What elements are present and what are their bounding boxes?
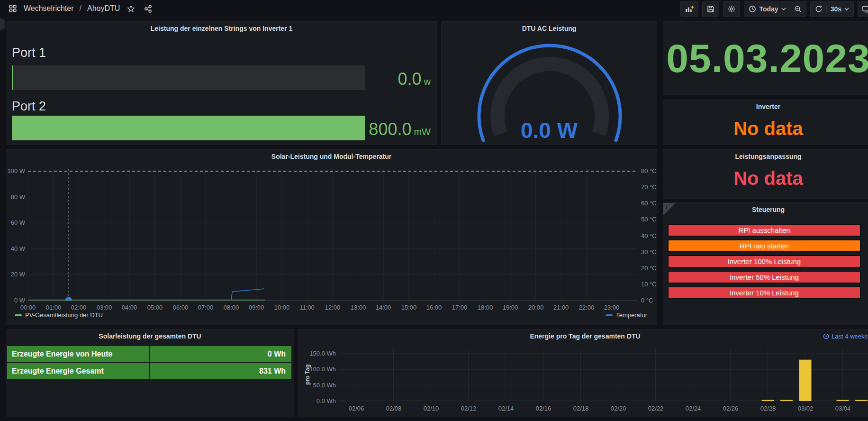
y-axis-tick-right: 30 °C	[641, 248, 657, 256]
save-dashboard-button[interactable]	[702, 1, 719, 17]
x-axis-tick: 08:00	[220, 304, 243, 311]
refresh-interval-label: 30s	[831, 5, 841, 13]
series-temperatur	[231, 289, 264, 300]
x-axis-tick: 07:00	[194, 304, 217, 311]
x-axis-tick: 13:00	[347, 304, 370, 311]
x-axis-tick: 02/18	[570, 405, 592, 412]
x-axis-tick: 22:00	[575, 304, 598, 311]
panel-info-corner[interactable]	[663, 203, 676, 215]
refresh-picker[interactable]: 30s	[810, 1, 854, 17]
apps-grid-icon[interactable]	[7, 2, 19, 15]
panel-leistungsanpassung: Leistungsanpassung No data	[663, 149, 868, 199]
x-axis-tick: 04:00	[118, 304, 141, 311]
y-axis-tick-right: 60 °C	[641, 200, 657, 207]
panel-title-steuerung[interactable]: Steuerung	[663, 203, 868, 216]
breadcrumb-dashboard[interactable]: Wechselrichter	[24, 4, 74, 13]
x-axis-tick: 16:00	[423, 304, 445, 311]
bar-gauge-fill	[13, 116, 365, 140]
control-button[interactable]: Inverter 100% Leistung	[668, 255, 861, 268]
x-axis-tick: 02:00	[67, 304, 90, 311]
y-axis-tick: 50.0 Wh	[303, 382, 336, 389]
table-cell-value: 831 Wh	[150, 363, 291, 379]
y-axis-tick-right: 70 °C	[641, 183, 657, 191]
sidebar-toggle-tab[interactable]	[0, 18, 5, 30]
x-axis-tick: 02/08	[382, 405, 405, 412]
x-axis-tick: 02/20	[607, 405, 630, 412]
solar-table: Erzeugte Energie von Heute0 WhErzeugte E…	[7, 346, 291, 380]
y-axis-tick-left: 40 W	[6, 245, 25, 253]
x-axis-tick: 03/02	[794, 405, 817, 412]
share-icon[interactable]	[142, 2, 154, 15]
control-button[interactable]: Inverter 10% Leistung	[668, 286, 861, 299]
bar-gauge-track	[12, 65, 365, 90]
panel-solar-chart: Solar-Leistung und Modul-Temperatur 100 …	[6, 149, 657, 325]
panel-title-strings[interactable]: Leistung der einzelnen Strings von Inver…	[6, 22, 437, 35]
refresh-icon	[815, 5, 823, 13]
solar-chart-plot: 100 W80 W60 W40 W20 W0 W80 °C70 °C60 °C5…	[6, 150, 657, 325]
x-axis-tick: 17:00	[448, 304, 471, 311]
breadcrumb-separator: /	[79, 4, 82, 13]
panel-title-leistungsanpassung[interactable]: Leistungsanpassung	[663, 150, 868, 163]
y-axis-tick-right: 80 °C	[641, 167, 657, 175]
x-axis-tick: 09:00	[245, 304, 268, 311]
legend-item-temperatur[interactable]: Temperatur	[606, 311, 647, 319]
panel-title-solar-table[interactable]: Solarleistung der gesamten DTU	[6, 329, 294, 343]
control-button[interactable]: Inverter 50% Leistung	[668, 271, 861, 284]
x-axis-tick: 03/04	[832, 405, 854, 412]
x-axis-tick: 15:00	[398, 304, 420, 311]
x-axis-tick: 02/10	[420, 405, 443, 412]
tv-mode-button[interactable]	[858, 1, 868, 17]
panel-inverter: Inverter No data	[663, 100, 868, 145]
port-value-number: 0.0	[398, 69, 422, 89]
energy-bar	[837, 400, 849, 402]
legend-label-temperatur: Temperatur	[616, 311, 647, 319]
breadcrumb-page[interactable]: AhoyDTU	[87, 4, 120, 13]
x-axis-tick: 20:00	[524, 304, 547, 311]
legend-item-pv[interactable]: PV-Gesamtleistung der DTU	[15, 311, 103, 319]
x-axis-tick: 12:00	[321, 304, 344, 311]
y-axis-tick: 150.0 Wh	[303, 350, 336, 357]
x-axis-tick: 02/22	[644, 405, 667, 412]
table-row: Erzeugte Energie Gesamt831 Wh	[7, 363, 291, 379]
port-label: Port 2	[12, 99, 46, 114]
bar-gauge-list: Port 10.0wPort 2800.0mW	[6, 35, 437, 145]
panel-title-inverter[interactable]: Inverter	[663, 100, 868, 113]
y-axis-tick-left: 20 W	[6, 271, 25, 278]
y-axis-tick-right: 50 °C	[641, 216, 657, 223]
energy-bar	[855, 400, 868, 402]
x-axis-tick: 02/26	[719, 405, 742, 412]
y-axis-tick-left: 80 W	[6, 193, 25, 201]
y-axis-tick-right: 10 °C	[641, 281, 657, 288]
x-axis-tick: 21:00	[550, 304, 572, 311]
grafana-dashboard: Wechselrichter / AhoyDTU	[0, 0, 868, 421]
panel-steuerung: i Steuerung RPI ausschaltenRPI neu start…	[663, 202, 868, 325]
add-panel-button[interactable]	[680, 1, 698, 17]
time-range-picker[interactable]: Today	[744, 1, 806, 17]
port-value-unit: mW	[414, 127, 431, 137]
legend-label-pv: PV-Gesamtleistung der DTU	[25, 311, 103, 319]
panel-strings: Leistung der einzelnen Strings von Inver…	[6, 21, 437, 145]
leistungsanpassung-no-data-value: No data	[663, 168, 868, 189]
control-button[interactable]: RPI neu starten	[668, 239, 861, 252]
y-axis-tick-right: 40 °C	[641, 232, 657, 240]
chevron-down-icon	[844, 8, 849, 10]
breadcrumb: Wechselrichter / AhoyDTU	[0, 2, 154, 15]
y-axis-tick-left: 60 W	[6, 219, 25, 227]
star-icon[interactable]	[125, 2, 137, 15]
x-axis-tick: 14:00	[372, 304, 395, 311]
dashboard-settings-button[interactable]	[723, 1, 740, 17]
x-axis-tick: 18:00	[474, 304, 497, 311]
x-axis-tick: 02/14	[495, 405, 517, 412]
energy-bar	[780, 400, 793, 402]
panel-energy-chart: Energie pro Tag der gesamten DTU Last 4 …	[298, 329, 868, 417]
panel-title-dtu-ac[interactable]: DTU AC Leistung	[442, 22, 657, 35]
bar-gauge-value: 800.0mW	[326, 119, 431, 139]
time-range-label: Today	[759, 5, 778, 13]
gauge: 0.0 W	[442, 36, 657, 145]
header-bar: Wechselrichter / AhoyDTU	[0, 0, 868, 17]
control-button[interactable]: RPI ausschalten	[668, 224, 861, 237]
x-axis-tick: 03:00	[93, 304, 116, 311]
plus-icon	[691, 6, 694, 9]
y-axis-tick-right: 0 °C	[641, 297, 653, 304]
y-axis-tick-left: 100 W	[6, 167, 25, 175]
